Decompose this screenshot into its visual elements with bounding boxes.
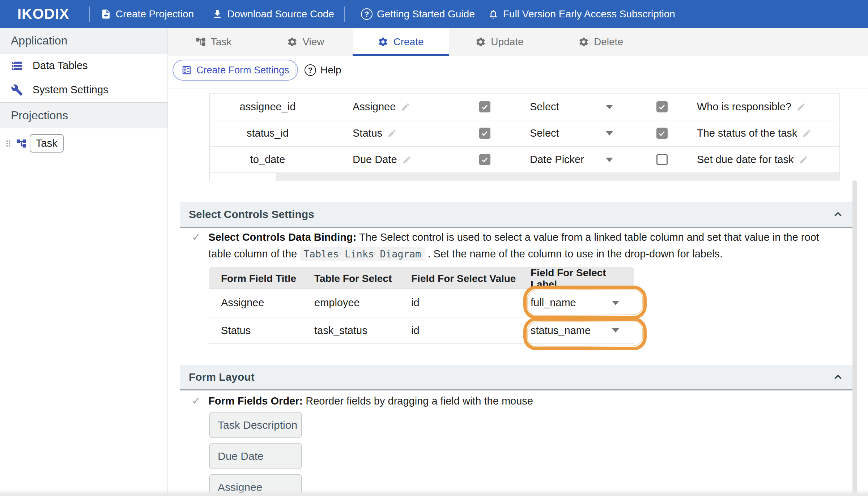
horizontal-scrollbar[interactable] xyxy=(210,173,839,181)
field-description: The status of the task xyxy=(697,127,797,139)
edit-pencil-icon[interactable] xyxy=(802,129,812,138)
section-title: Form Layout xyxy=(189,371,255,383)
edit-pencil-icon[interactable] xyxy=(796,102,806,112)
help-button[interactable]: ? Help xyxy=(305,60,341,81)
table-row: Assignee employee id full_name xyxy=(209,288,634,317)
chevron-up-icon[interactable] xyxy=(833,372,843,382)
field-name-cell: status_id xyxy=(210,127,326,139)
hint-label: Form Fields Order: xyxy=(208,395,303,407)
top-navbar: IKODIX Create Projection Download Source… xyxy=(0,0,868,28)
table-row: Status task_status id status_name xyxy=(209,317,634,344)
nav-label: Create Projection xyxy=(116,8,194,20)
nav-full-version-subscription[interactable]: Full Version Early Access Subscription xyxy=(488,8,675,20)
draggable-field-assignee[interactable]: Assignee xyxy=(209,474,302,496)
field-for-select-value-cell: id xyxy=(399,297,519,309)
edit-pencil-icon[interactable] xyxy=(387,129,397,138)
check-icon: ✓ xyxy=(192,393,201,409)
field-for-select-value-cell: id xyxy=(399,325,519,337)
tab-bar: Task View Create Update Delete xyxy=(168,28,868,56)
control-type-select[interactable]: Select xyxy=(530,127,613,139)
navbar-divider xyxy=(89,7,90,22)
projection-task-row: Task xyxy=(4,134,167,153)
sidebar-item-label: Data Tables xyxy=(33,60,88,72)
bell-icon xyxy=(488,9,499,20)
draggable-field-task-description[interactable]: Task Description xyxy=(209,412,302,438)
app-logo[interactable]: IKODIX xyxy=(17,6,69,22)
draggable-field-due-date[interactable]: Due Date xyxy=(209,443,302,469)
note-add-icon xyxy=(101,9,111,20)
vertical-scrollbar[interactable] xyxy=(852,180,857,496)
control-type-select[interactable]: Date Picker xyxy=(530,154,613,166)
app-window: IKODIX Create Projection Download Source… xyxy=(0,0,868,496)
required-checkbox[interactable] xyxy=(656,101,668,112)
select-controls-hint: ✓ Select Controls Data Binding: The Sele… xyxy=(192,229,830,262)
navbar-divider xyxy=(344,7,345,22)
gear-icon xyxy=(287,37,298,47)
field-description: Set due date for task xyxy=(697,154,794,166)
tab-update[interactable]: Update xyxy=(449,28,550,56)
toolbar-rule xyxy=(168,89,868,89)
required-checkbox[interactable] xyxy=(656,154,668,165)
field-for-select-label-dropdown[interactable]: status_name xyxy=(531,325,619,337)
chevron-up-icon[interactable] xyxy=(833,209,843,220)
sidebar-section-application: Application xyxy=(0,28,167,54)
required-checkbox[interactable] xyxy=(656,128,668,139)
gear-icon xyxy=(475,37,486,47)
section-title: Select Controls Settings xyxy=(189,208,314,221)
table-header-row: Form Field Title Table For Select Field … xyxy=(209,267,634,288)
toolbar-divider xyxy=(295,62,295,78)
chevron-down-icon xyxy=(606,105,613,109)
nav-label: Full Version Early Access Subscription xyxy=(503,8,675,20)
visible-checkbox[interactable] xyxy=(479,128,490,139)
section-select-controls-settings: Select Controls Settings xyxy=(180,202,852,228)
chevron-down-icon xyxy=(612,301,619,305)
tab-delete[interactable]: Delete xyxy=(550,28,651,56)
check-icon: ✓ xyxy=(192,229,201,262)
scrollbar-thumb[interactable] xyxy=(210,173,276,181)
select-binding-table: Form Field Title Table For Select Field … xyxy=(209,267,634,344)
edit-pencil-icon[interactable] xyxy=(401,102,410,112)
sidebar-section-projections: Projections xyxy=(0,103,167,128)
field-name-cell: to_date xyxy=(210,154,326,166)
ballot-icon xyxy=(181,65,192,76)
nav-create-projection[interactable]: Create Projection xyxy=(101,8,194,20)
field-for-select-label-dropdown[interactable]: full_name xyxy=(531,297,619,309)
hint-label: Select Controls Data Binding: xyxy=(208,231,356,243)
column-header: Table For Select xyxy=(302,273,399,285)
field-name-cell: assignee_id xyxy=(210,101,326,113)
wrench-icon xyxy=(11,84,23,96)
download-icon xyxy=(212,9,223,20)
sidebar-item-data-tables[interactable]: Data Tables xyxy=(0,54,167,78)
form-fields-table: assignee_id Assignee Select Who is respo… xyxy=(209,93,840,181)
field-description: Who is responsible? xyxy=(697,101,791,113)
help-circle-icon: ? xyxy=(305,64,316,76)
column-header: Field For Select Value xyxy=(399,273,519,285)
chevron-down-icon xyxy=(612,328,619,333)
tab-task[interactable]: Task xyxy=(168,28,259,56)
tree-icon xyxy=(195,37,206,47)
form-fields-order-hint: ✓ Form Fields Order: Reorder fields by d… xyxy=(192,393,830,409)
visible-checkbox[interactable] xyxy=(479,154,490,165)
gear-icon xyxy=(378,37,388,47)
tree-icon xyxy=(16,138,27,149)
create-form-settings-button[interactable]: Create Form Settings xyxy=(173,60,298,81)
sidebar: Application Data Tables System Settings … xyxy=(0,28,168,496)
edit-pencil-icon[interactable] xyxy=(799,155,808,164)
tab-create[interactable]: Create xyxy=(353,28,449,56)
nav-getting-started-guide[interactable]: ? Getting Started Guide xyxy=(361,8,475,20)
nav-label: Download Source Code xyxy=(227,8,334,20)
control-type-select[interactable]: Select xyxy=(530,101,613,113)
drag-handle-icon[interactable] xyxy=(4,139,13,148)
sidebar-item-system-settings[interactable]: System Settings xyxy=(0,78,167,102)
tab-view[interactable]: View xyxy=(259,28,353,56)
table-row: to_date Due Date Date Picker Set due dat… xyxy=(210,147,839,173)
form-field-title-cell: Assignee xyxy=(209,297,302,309)
column-header: Form Field Title xyxy=(209,273,302,285)
visible-checkbox[interactable] xyxy=(479,101,490,112)
projection-task-chip[interactable]: Task xyxy=(30,134,64,153)
edit-pencil-icon[interactable] xyxy=(402,155,412,164)
section-form-layout: Form Layout xyxy=(180,365,852,390)
field-title: Status xyxy=(353,127,382,139)
sidebar-item-label: System Settings xyxy=(33,84,109,96)
nav-download-source-code[interactable]: Download Source Code xyxy=(212,8,334,20)
